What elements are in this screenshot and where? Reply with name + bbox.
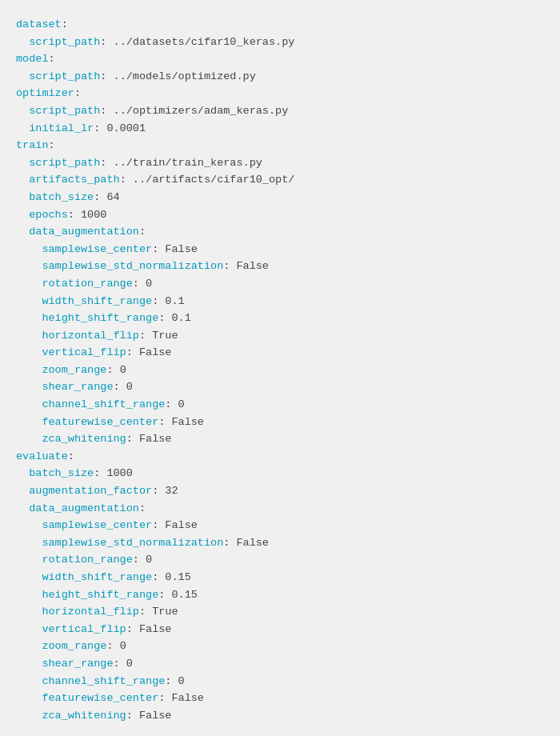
yaml-value: 1000 bbox=[81, 209, 106, 221]
yaml-key: evaluate bbox=[16, 450, 68, 462]
yaml-separator: : bbox=[49, 139, 55, 151]
yaml-separator: : bbox=[94, 467, 106, 479]
yaml-key: width_shift_range bbox=[16, 295, 152, 307]
yaml-line: channel_shift_range: 0 bbox=[16, 673, 544, 690]
yaml-line: vertical_flip: False bbox=[16, 344, 544, 362]
yaml-key: batch_size bbox=[16, 467, 94, 479]
yaml-value: 0.0001 bbox=[106, 122, 146, 134]
yaml-config: dataset: script_path: ../datasets/cifar1… bbox=[13, 10, 547, 730]
yaml-line: batch_size: 64 bbox=[16, 189, 544, 206]
yaml-key: height_shift_range bbox=[16, 589, 158, 601]
yaml-value: 0 bbox=[126, 658, 133, 670]
yaml-value: 0.1 bbox=[171, 312, 190, 324]
yaml-separator: : bbox=[62, 18, 68, 30]
yaml-line: height_shift_range: 0.15 bbox=[16, 586, 544, 604]
yaml-value: False bbox=[171, 416, 204, 428]
yaml-separator: : bbox=[223, 260, 236, 272]
yaml-key: train bbox=[16, 139, 49, 151]
yaml-value: False bbox=[139, 710, 172, 722]
yaml-key: data_augmentation bbox=[16, 226, 139, 238]
yaml-value: 0.15 bbox=[165, 571, 190, 583]
yaml-separator: : bbox=[49, 53, 55, 65]
yaml-line: zoom_range: 0 bbox=[16, 638, 544, 655]
yaml-key: height_shift_range bbox=[16, 312, 158, 324]
yaml-separator: : bbox=[126, 623, 139, 635]
yaml-line: zca_whitening: False bbox=[16, 707, 544, 725]
yaml-separator: : bbox=[100, 36, 113, 48]
yaml-line: channel_shift_range: 0 bbox=[16, 396, 544, 414]
yaml-key: epochs bbox=[16, 209, 68, 221]
yaml-value: ../datasets/cifar10_keras.py bbox=[114, 36, 295, 48]
yaml-key: script_path bbox=[16, 36, 100, 48]
yaml-line: shear_range: 0 bbox=[16, 378, 544, 396]
yaml-value: ../optimizers/adam_keras.py bbox=[114, 105, 289, 117]
yaml-separator: : bbox=[126, 433, 139, 445]
yaml-key: shear_range bbox=[16, 658, 114, 670]
yaml-key: batch_size bbox=[16, 191, 94, 203]
yaml-separator: : bbox=[120, 174, 133, 186]
yaml-key: zoom_range bbox=[16, 364, 106, 376]
yaml-separator: : bbox=[158, 692, 171, 704]
yaml-line: height_shift_range: 0.1 bbox=[16, 310, 544, 327]
yaml-line: data_augmentation: bbox=[16, 500, 544, 518]
yaml-line: data_augmentation: bbox=[16, 223, 544, 241]
yaml-key: channel_shift_range bbox=[16, 398, 165, 410]
yaml-value: False bbox=[171, 692, 204, 704]
yaml-key: zca_whitening bbox=[16, 710, 126, 722]
yaml-key: optimizer bbox=[16, 87, 74, 99]
yaml-key: data_augmentation bbox=[16, 502, 139, 514]
yaml-line: script_path: ../models/optimized.py bbox=[16, 68, 544, 86]
yaml-separator: : bbox=[158, 589, 171, 601]
yaml-key: featurewise_center bbox=[16, 692, 158, 704]
yaml-separator: : bbox=[158, 312, 171, 324]
yaml-key: rotation_range bbox=[16, 278, 133, 290]
yaml-separator: : bbox=[94, 122, 106, 134]
yaml-value: 0 bbox=[126, 381, 133, 393]
yaml-key: zoom_range bbox=[16, 640, 106, 652]
yaml-separator: : bbox=[100, 105, 113, 117]
yaml-value: False bbox=[139, 623, 172, 635]
yaml-key: script_path bbox=[16, 157, 100, 169]
yaml-key: dataset bbox=[16, 18, 62, 30]
yaml-key: channel_shift_range bbox=[16, 675, 165, 687]
yaml-value: ../train/train_keras.py bbox=[114, 157, 262, 169]
yaml-line: shear_range: 0 bbox=[16, 655, 544, 673]
yaml-line: horizontal_flip: True bbox=[16, 327, 544, 345]
yaml-value: False bbox=[236, 260, 269, 272]
yaml-separator: : bbox=[106, 364, 119, 376]
yaml-value: 0 bbox=[146, 554, 152, 566]
yaml-separator: : bbox=[152, 571, 165, 583]
yaml-separator: : bbox=[126, 710, 139, 722]
yaml-line: samplewise_center: False bbox=[16, 517, 544, 534]
yaml-separator: : bbox=[152, 295, 165, 307]
yaml-value: 64 bbox=[106, 191, 119, 203]
yaml-value: 0 bbox=[120, 640, 126, 652]
yaml-separator: : bbox=[68, 450, 74, 462]
yaml-key: script_path bbox=[16, 105, 100, 117]
yaml-line: featurewise_center: False bbox=[16, 414, 544, 431]
yaml-value: True bbox=[152, 330, 178, 342]
yaml-value: False bbox=[139, 433, 172, 445]
yaml-separator: : bbox=[114, 381, 126, 393]
yaml-key: horizontal_flip bbox=[16, 606, 139, 618]
yaml-line: augmentation_factor: 32 bbox=[16, 482, 544, 500]
yaml-separator: : bbox=[133, 278, 146, 290]
yaml-key: horizontal_flip bbox=[16, 330, 139, 342]
yaml-separator: : bbox=[158, 416, 171, 428]
yaml-key: shear_range bbox=[16, 381, 114, 393]
yaml-separator: : bbox=[94, 191, 106, 203]
yaml-value: 0 bbox=[178, 398, 185, 410]
yaml-line: train: bbox=[16, 137, 544, 154]
yaml-value: False bbox=[165, 519, 198, 531]
yaml-value: ../artifacts/cifar10_opt/ bbox=[133, 174, 295, 186]
yaml-key: rotation_range bbox=[16, 554, 133, 566]
yaml-separator: : bbox=[68, 209, 81, 221]
yaml-value: 32 bbox=[165, 485, 178, 497]
yaml-key: samplewise_std_normalization bbox=[16, 260, 223, 272]
yaml-key: samplewise_std_normalization bbox=[16, 537, 223, 549]
yaml-separator: : bbox=[139, 606, 152, 618]
yaml-key: vertical_flip bbox=[16, 623, 126, 635]
yaml-separator: : bbox=[139, 226, 146, 238]
yaml-separator: : bbox=[139, 330, 152, 342]
yaml-line: width_shift_range: 0.1 bbox=[16, 293, 544, 310]
